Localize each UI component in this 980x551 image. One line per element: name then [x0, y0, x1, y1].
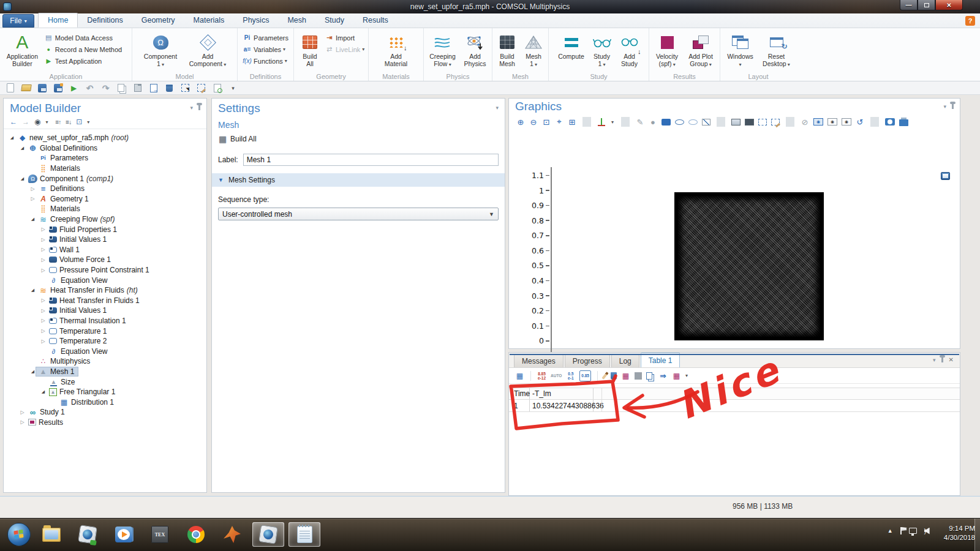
toolbar-icon[interactable]	[180, 83, 190, 93]
graphics-toolbar-icon[interactable]	[899, 119, 908, 126]
graphics-toolbar-icon[interactable]	[786, 117, 794, 127]
info-tab[interactable]: Messages	[514, 354, 564, 367]
tree-item[interactable]: Heat Transfer in Fluids(ht)	[4, 285, 206, 296]
tree-item[interactable]: Geometry 1	[4, 194, 206, 204]
toolbar-icon[interactable]	[37, 83, 47, 93]
creeping-flow-button[interactable]: CreepingFlow	[426, 31, 459, 72]
toolbar-icon[interactable]: ▾	[87, 119, 92, 125]
restore-button[interactable]	[918, 0, 935, 10]
ribbon-tab[interactable]: Definitions	[78, 13, 132, 28]
tree-expander-icon[interactable]	[40, 298, 47, 303]
tree-item[interactable]: Wall 1	[4, 245, 206, 255]
tree-expander-icon[interactable]	[29, 196, 36, 201]
graphics-toolbar-icon[interactable]	[621, 117, 630, 127]
chevron-down-icon[interactable]: ▾	[943, 103, 946, 110]
tree-expander-icon[interactable]	[40, 237, 47, 242]
taskbar-button[interactable]	[72, 522, 104, 547]
tree-expander-icon[interactable]	[40, 328, 47, 334]
taskbar-button[interactable]	[288, 522, 320, 547]
chevron-down-icon[interactable]: ▾	[190, 105, 193, 111]
toolbar-icon[interactable]: ⊡	[76, 118, 82, 126]
ribbon-tab[interactable]: Materials	[184, 13, 234, 28]
table-toolbar-icon[interactable]	[646, 372, 652, 380]
label-input[interactable]	[243, 154, 499, 166]
tree-item[interactable]: Temperature 2	[4, 336, 206, 347]
tree-expander-icon[interactable]	[29, 288, 36, 293]
start-button[interactable]	[7, 523, 31, 546]
graphics-toolbar-icon[interactable]	[717, 117, 725, 127]
toolbar-icon[interactable]: ←	[10, 118, 17, 126]
ribbon-tab[interactable]: Study	[315, 13, 353, 28]
tree-item[interactable]: Materials	[4, 204, 206, 214]
tree-item[interactable]: Multiphysics	[4, 356, 206, 367]
graphics-toolbar-icon[interactable]	[662, 119, 671, 126]
ribbon-tab[interactable]: Home	[38, 13, 78, 28]
graphics-toolbar-icon[interactable]: ↺	[856, 117, 864, 127]
tree-item[interactable]: Study 1	[4, 407, 206, 418]
table-row[interactable]: 1 10.534227443088636	[509, 400, 960, 412]
add-study-button[interactable]: AddStudy	[617, 31, 643, 72]
table-toolbar-icon[interactable]	[597, 371, 598, 381]
table-toolbar-icon[interactable]: AUTO	[551, 370, 562, 381]
parameters-button[interactable]: PiParameters	[243, 32, 288, 43]
tree-expander-icon[interactable]	[40, 247, 47, 252]
tree-item[interactable]: Materials	[4, 163, 206, 174]
taskbar-button[interactable]	[108, 522, 140, 547]
graphics-toolbar-icon[interactable]	[597, 118, 606, 126]
toolbar-icon[interactable]	[53, 83, 63, 93]
tree-item[interactable]: Volume Force 1	[4, 255, 206, 265]
ribbon-tab[interactable]: Results	[353, 13, 398, 28]
tree-expander-icon[interactable]	[29, 217, 36, 222]
tree-item[interactable]: Component 1(comp1)	[4, 173, 206, 184]
tree-item[interactable]: Distribution 1	[4, 397, 206, 407]
toolbar-icon[interactable]: ≡↓	[66, 119, 71, 126]
graphics-toolbar-icon[interactable]: ⊘	[801, 117, 809, 127]
graphics-toolbar-icon[interactable]	[827, 118, 837, 126]
graphics-toolbar-icon[interactable]: ⊖	[529, 117, 538, 127]
graphics-toolbar-icon[interactable]: ●	[649, 117, 657, 127]
toolbar-icon[interactable]: ↶	[85, 83, 95, 93]
compute-button[interactable]: Compute	[556, 31, 587, 72]
plot-settings-icon[interactable]	[941, 172, 950, 180]
tree-item[interactable]: Creeping Flow(spf)	[4, 214, 206, 225]
toolbar-icon[interactable]: ≡↑	[55, 119, 61, 126]
tree-expander-icon[interactable]	[29, 369, 36, 374]
tree-expander-icon[interactable]	[40, 268, 47, 273]
graphics-toolbar-icon[interactable]	[771, 119, 780, 126]
toolbar-icon[interactable]	[164, 83, 175, 93]
tree-expander-icon[interactable]	[19, 410, 26, 415]
velocity-spf-button[interactable]: Velocity(spf)	[652, 31, 682, 72]
graphics-toolbar-icon[interactable]	[842, 118, 851, 126]
tree-expander-icon[interactable]	[19, 419, 26, 425]
tree-expander-icon[interactable]	[29, 186, 36, 192]
windows-button[interactable]: Windows	[723, 31, 758, 72]
tree-item[interactable]: Heat Transfer in Fluids 1	[4, 296, 206, 306]
tree-expander-icon[interactable]	[40, 257, 47, 263]
table-toolbar-icon[interactable]: ▦	[515, 370, 524, 381]
column-header[interactable]: Time	[509, 388, 530, 399]
tree-item[interactable]: Parameters	[4, 153, 206, 163]
table-toolbar-icon[interactable]: 0.5e-1	[566, 370, 575, 381]
graphics-toolbar-icon[interactable]: ⊕	[516, 117, 525, 127]
sequence-type-dropdown[interactable]: User-controlled mesh ▼	[218, 208, 499, 220]
tree-item[interactable]: Size	[4, 377, 206, 387]
toolbar-icon[interactable]	[196, 83, 206, 93]
info-tab[interactable]: Log	[611, 354, 639, 367]
livelink-button[interactable]: LiveLink	[325, 44, 365, 54]
tree-item[interactable]: Global Definitions	[4, 143, 206, 154]
minimize-button[interactable]: —	[900, 0, 918, 10]
table-toolbar-icon[interactable]: 8.85e-12	[537, 370, 546, 381]
graphics-toolbar-icon[interactable]	[758, 119, 767, 126]
toolbar-icon[interactable]	[21, 83, 31, 93]
table-toolbar-icon[interactable]: ⇒	[658, 370, 668, 381]
pin-icon[interactable]	[941, 358, 943, 362]
graphics-toolbar-icon[interactable]	[582, 117, 591, 127]
tree-item[interactable]: Temperature 1	[4, 326, 206, 336]
build-all-geometry-button[interactable]: BuildAll	[297, 31, 323, 72]
add-material-button[interactable]: AddMaterial	[379, 31, 414, 72]
table-toolbar-icon[interactable]	[601, 372, 608, 380]
chevron-down-icon[interactable]: ▾	[933, 357, 936, 363]
tree-item[interactable]: Free Triangular 1	[4, 387, 206, 397]
graphics-toolbar-icon[interactable]: ⌖	[555, 117, 564, 127]
variables-button[interactable]: a=Variables	[243, 44, 288, 54]
